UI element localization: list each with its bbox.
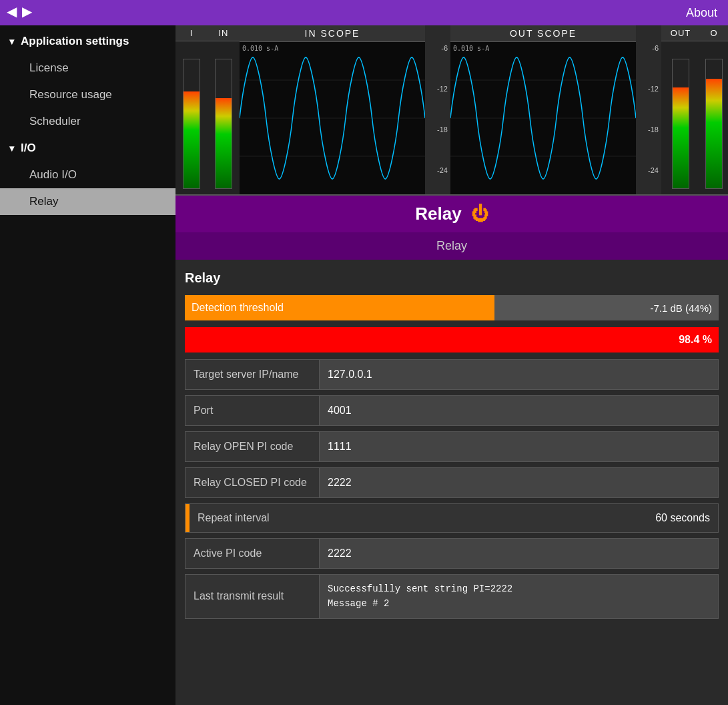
in-scope-panel: IN SCOPE 0.010 s-A xyxy=(240,25,425,194)
closed-code-label: Relay CLOSED PI code xyxy=(186,471,319,494)
power-icon[interactable]: ⏻ xyxy=(471,204,488,224)
sidebar-item-scheduler[interactable]: Scheduler xyxy=(0,108,175,135)
transmit-label: Last transmit result xyxy=(186,575,319,618)
relay-header: Relay ⏻ xyxy=(175,196,728,232)
port-label: Port xyxy=(186,399,319,422)
output-meter-o: O xyxy=(700,25,728,194)
in-bar xyxy=(215,59,232,189)
relay-header-label: Relay xyxy=(415,204,461,224)
active-pi-value[interactable]: 2222 xyxy=(319,539,718,568)
scale-neg24-right: -24 xyxy=(648,166,659,174)
target-value[interactable]: 127.0.0.1 xyxy=(319,360,718,389)
out-scope-canvas: 0.010 s-A xyxy=(450,42,636,194)
target-server-row: Target server IP/name 127.0.0.1 xyxy=(185,359,719,390)
threshold-bar-fill: Detection threshold xyxy=(185,295,494,320)
in-label: IN xyxy=(208,25,240,41)
o-label: O xyxy=(700,25,728,41)
i-bar-area xyxy=(175,41,208,194)
relay-subtitle: Relay xyxy=(175,232,728,260)
i-bar xyxy=(183,59,200,189)
open-code-label: Relay OPEN PI code xyxy=(186,435,319,458)
port-value[interactable]: 4001 xyxy=(319,396,718,425)
transmit-value: Successfullly sent string PI=2222 Messag… xyxy=(319,575,718,618)
scale-neg18-left: -18 xyxy=(437,126,448,134)
active-pi-label: Active PI code xyxy=(186,542,319,565)
open-code-row: Relay OPEN PI code 1111 xyxy=(185,431,719,462)
scale-neg18-right: -18 xyxy=(648,126,659,134)
out-bar-area xyxy=(661,41,700,194)
relay-section-title: Relay xyxy=(185,270,719,286)
out-scope-panel: OUT SCOPE 0.010 s-A xyxy=(450,25,636,194)
in-scope-timestamp: 0.010 s-A xyxy=(242,45,278,52)
input-meter-in: IN xyxy=(208,25,240,194)
out-label: OUT xyxy=(661,25,700,41)
repeat-value: 60 seconds xyxy=(647,507,718,529)
level-row[interactable]: 98.4 % xyxy=(185,327,719,352)
target-label: Target server IP/name xyxy=(186,363,319,386)
out-scope-timestamp: 0.010 s-A xyxy=(453,45,489,52)
sidebar-item-io[interactable]: ▾ I/O xyxy=(0,135,175,162)
i-label: I xyxy=(175,25,208,41)
scale-neg12-right: -12 xyxy=(648,85,659,93)
right-scale: -6 -12 -18 -24 xyxy=(636,25,661,194)
out-scope-label: OUT SCOPE xyxy=(450,25,636,42)
scale-neg24-left: -24 xyxy=(437,166,448,174)
in-scope-svg xyxy=(240,42,425,194)
in-scope-canvas: 0.010 s-A xyxy=(240,42,425,194)
sidebar-item-license[interactable]: License xyxy=(0,55,175,81)
about-label[interactable]: About xyxy=(686,6,717,20)
closed-code-row: Relay CLOSED PI code 2222 xyxy=(185,467,719,498)
content-area: I IN IN SCOPE 0 xyxy=(175,25,728,705)
out-bar xyxy=(672,59,689,189)
chevron-down-icon-io: ▾ xyxy=(9,143,14,154)
o-bar xyxy=(705,59,723,189)
transmit-row: Last transmit result Successfullly sent … xyxy=(185,574,719,619)
back-button[interactable]: ◀ xyxy=(7,3,17,19)
relay-section: Relay Detection threshold -7.1 dB (44%) … xyxy=(175,260,728,705)
sidebar-item-relay[interactable]: Relay xyxy=(0,188,175,215)
scale-neg6-right: -6 xyxy=(652,44,659,52)
threshold-row[interactable]: Detection threshold -7.1 dB (44%) xyxy=(185,295,719,320)
in-bar-area xyxy=(208,41,240,194)
threshold-value: -7.1 dB (44%) xyxy=(494,295,719,320)
port-row: Port 4001 xyxy=(185,395,719,426)
input-meter-i: I xyxy=(175,25,208,194)
repeat-row[interactable]: Repeat interval 60 seconds xyxy=(185,503,719,533)
repeat-label: Repeat interval xyxy=(190,507,647,529)
out-scope-svg xyxy=(450,42,636,194)
sidebar-item-app-settings[interactable]: ▾ Application settings xyxy=(0,28,175,55)
forward-button[interactable]: ▶ xyxy=(22,3,32,19)
active-pi-row: Active PI code 2222 xyxy=(185,538,719,569)
sidebar-item-resource-usage[interactable]: Resource usage xyxy=(0,81,175,108)
o-bar-area xyxy=(700,41,728,194)
sidebar-item-audio-io[interactable]: Audio I/O xyxy=(0,162,175,188)
output-meter-out: OUT xyxy=(661,25,700,194)
meters-strip: I IN IN SCOPE 0 xyxy=(175,25,728,196)
chevron-down-icon: ▾ xyxy=(9,36,14,47)
scale-neg12-left: -12 xyxy=(437,85,448,93)
sidebar: ▾ Application settings License Resource … xyxy=(0,25,175,705)
in-scope-label: IN SCOPE xyxy=(240,25,425,42)
center-scale: -6 -12 -18 -24 xyxy=(425,25,450,194)
closed-code-value[interactable]: 2222 xyxy=(319,468,718,497)
scale-neg6-left: -6 xyxy=(441,44,448,52)
open-code-value[interactable]: 1111 xyxy=(319,432,718,461)
